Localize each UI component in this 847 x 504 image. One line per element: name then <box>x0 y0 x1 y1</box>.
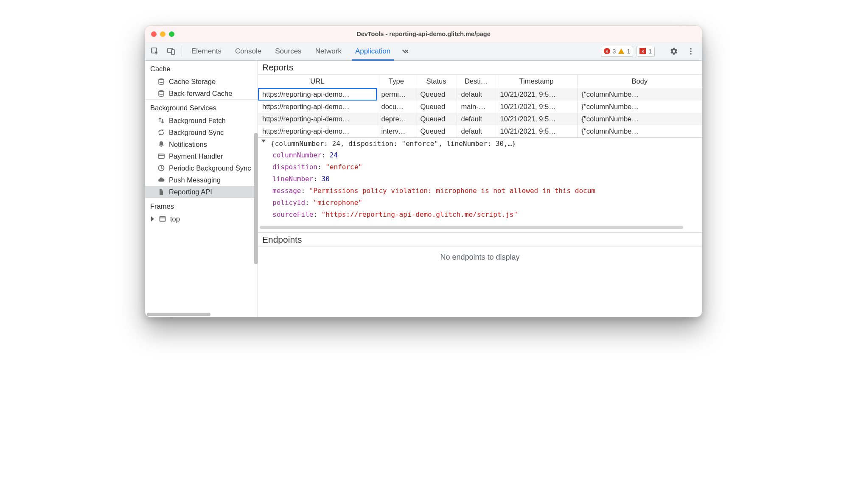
col-url[interactable]: URL <box>258 75 377 88</box>
detail-key: sourceFile <box>272 210 313 218</box>
cell-dest: default <box>457 88 496 101</box>
sidebar-item-back-forward-cache[interactable]: Back-forward Cache <box>145 87 258 99</box>
col-timestamp[interactable]: Timestamp <box>496 75 577 88</box>
sidebar-item-notifications[interactable]: Notifications <box>145 138 258 150</box>
detail-value: "https://reporting-api-demo.glitch.me/sc… <box>322 210 518 218</box>
sidebar-item-cache-storage[interactable]: Cache Storage <box>145 76 258 87</box>
cell-type: interv… <box>377 125 416 137</box>
cell-status: Queued <box>416 125 457 137</box>
col-status[interactable]: Status <box>416 75 457 88</box>
cell-dest: default <box>457 113 496 125</box>
minimize-window-icon[interactable] <box>160 31 165 37</box>
table-row[interactable]: https://reporting-api-demo… interv… Queu… <box>258 125 702 137</box>
cell-timestamp: 10/21/2021, 9:5… <box>496 88 577 101</box>
settings-gear-icon[interactable] <box>667 45 681 58</box>
cell-url[interactable]: https://reporting-api-demo… <box>258 101 377 113</box>
sync-icon <box>157 128 165 137</box>
cell-dest: main-… <box>457 101 496 113</box>
sidebar-item-label: Back-forward Cache <box>169 90 232 98</box>
issues-badge[interactable]: × 1 <box>637 46 655 57</box>
sidebar-item-label: Cache Storage <box>169 78 216 86</box>
sidebar-vertical-scrollbar[interactable] <box>253 61 258 317</box>
titlebar: DevTools - reporting-api-demo.glitch.me/… <box>145 26 702 42</box>
sidebar-item-background-fetch[interactable]: Background Fetch <box>145 115 258 126</box>
sidebar-horizontal-scrollbar[interactable] <box>145 312 258 317</box>
database-icon <box>157 77 165 86</box>
section-background-services: Background Services <box>145 99 258 115</box>
cell-timestamp: 10/21/2021, 9:5… <box>496 113 577 125</box>
sidebar-item-payment-handler[interactable]: Payment Handler <box>145 150 258 162</box>
tab-label: Console <box>235 47 261 56</box>
inspect-element-icon[interactable] <box>147 42 163 60</box>
svg-rect-8 <box>158 154 164 158</box>
cell-status: Queued <box>416 113 457 125</box>
cell-body: {"columnNumbe… <box>577 125 702 137</box>
devtools-tabs: Elements Console Sources Network Applica… <box>185 42 397 60</box>
issue-count: 1 <box>648 48 652 55</box>
tab-label: Elements <box>191 47 222 56</box>
endpoints-title: Endpoints <box>258 232 702 247</box>
table-row[interactable]: https://reporting-api-demo… permi… Queue… <box>258 88 702 101</box>
sidebar-item-frames-top[interactable]: top <box>145 213 258 225</box>
tab-elements[interactable]: Elements <box>185 42 228 60</box>
cloud-icon <box>157 176 165 184</box>
cell-body: {"columnNumbe… <box>577 101 702 113</box>
report-detail-body: columnNumber: 24 disposition: "enforce" … <box>258 149 702 223</box>
disclosure-triangle-icon[interactable] <box>261 140 266 143</box>
cell-type: permi… <box>377 88 416 101</box>
cell-url[interactable]: https://reporting-api-demo… <box>258 113 377 125</box>
toolbar-separator <box>182 45 182 57</box>
sidebar-item-background-sync[interactable]: Background Sync <box>145 126 258 138</box>
disclosure-triangle-icon[interactable] <box>151 216 154 221</box>
detail-horizontal-scrollbar[interactable] <box>260 224 700 231</box>
devtools-toolbar: Elements Console Sources Network Applica… <box>145 42 702 61</box>
tab-application[interactable]: Application <box>348 42 397 60</box>
cell-url[interactable]: https://reporting-api-demo… <box>258 88 377 101</box>
tab-network[interactable]: Network <box>309 42 348 60</box>
report-detail-header[interactable]: {columnNumber: 24, disposition: "enforce… <box>258 137 702 149</box>
col-dest[interactable]: Desti… <box>457 75 496 88</box>
sidebar-item-push-messaging[interactable]: Push Messaging <box>145 174 258 186</box>
table-row[interactable]: https://reporting-api-demo… docu… Queued… <box>258 101 702 113</box>
cell-timestamp: 10/21/2021, 9:5… <box>496 101 577 113</box>
close-window-icon[interactable] <box>151 31 157 37</box>
card-icon <box>157 152 165 160</box>
cell-timestamp: 10/21/2021, 9:5… <box>496 125 577 137</box>
endpoints-empty-message: No endpoints to display <box>258 247 702 269</box>
devtools-window: DevTools - reporting-api-demo.glitch.me/… <box>145 25 702 317</box>
zoom-window-icon[interactable] <box>169 31 174 37</box>
more-tabs-button[interactable] <box>397 42 413 60</box>
detail-value: 30 <box>322 175 330 183</box>
svg-point-5 <box>690 53 692 55</box>
bell-icon <box>157 140 165 148</box>
detail-value: "enforce" <box>325 163 362 171</box>
detail-key: disposition <box>272 163 317 171</box>
sidebar-item-label: Reporting API <box>169 188 212 196</box>
window-controls <box>151 31 174 37</box>
detail-key: message <box>272 187 301 195</box>
col-body[interactable]: Body <box>577 75 702 88</box>
sidebar-item-reporting-api[interactable]: Reporting API <box>145 186 258 198</box>
application-content: Reports URL Type Status Desti… Timestamp… <box>258 61 702 317</box>
tab-label: Network <box>315 47 342 56</box>
device-toolbar-icon[interactable] <box>163 42 179 60</box>
console-summary-badge[interactable]: × 3 1 <box>601 46 634 57</box>
warning-count: 1 <box>627 48 630 55</box>
cell-url[interactable]: https://reporting-api-demo… <box>258 125 377 137</box>
svg-point-7 <box>159 90 164 92</box>
detail-key: lineNumber <box>272 175 313 183</box>
col-type[interactable]: Type <box>377 75 416 88</box>
error-count: 3 <box>613 48 616 55</box>
sidebar-item-label: Periodic Background Sync <box>169 164 251 172</box>
tab-console[interactable]: Console <box>228 42 268 60</box>
more-options-icon[interactable] <box>684 45 698 58</box>
cell-status: Queued <box>416 101 457 113</box>
reports-title: Reports <box>258 61 702 75</box>
tab-sources[interactable]: Sources <box>268 42 308 60</box>
table-row[interactable]: https://reporting-api-demo… depre… Queue… <box>258 113 702 125</box>
reports-header-row: URL Type Status Desti… Timestamp Body <box>258 75 702 88</box>
warning-icon <box>618 48 624 54</box>
sidebar-item-periodic-background-sync[interactable]: Periodic Background Sync <box>145 162 258 174</box>
application-sidebar: Cache Cache Storage Back-forward Cache B… <box>145 61 258 317</box>
cell-status: Queued <box>416 88 457 101</box>
